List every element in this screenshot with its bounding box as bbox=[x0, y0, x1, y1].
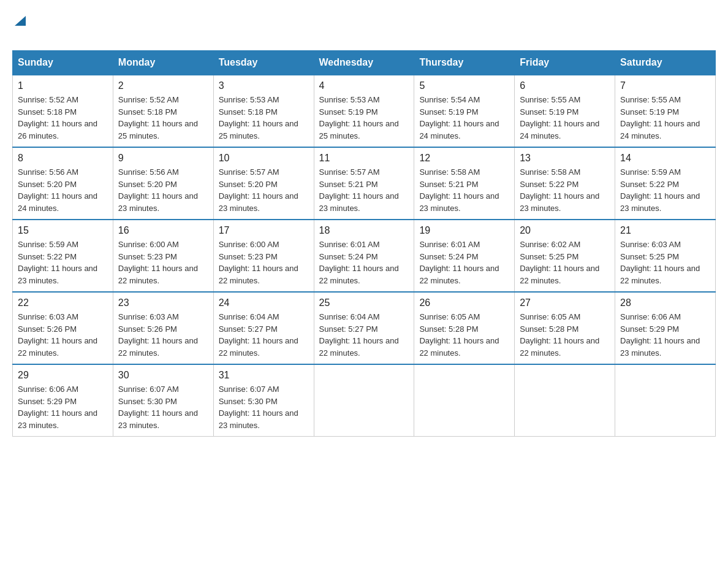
calendar-day-cell: 6Sunrise: 5:55 AMSunset: 5:19 PMDaylight… bbox=[515, 75, 615, 147]
day-info: Sunrise: 6:01 AMSunset: 5:24 PMDaylight:… bbox=[419, 239, 509, 286]
calendar-day-cell: 17Sunrise: 6:00 AMSunset: 5:23 PMDayligh… bbox=[213, 220, 314, 292]
calendar-day-cell: 10Sunrise: 5:57 AMSunset: 5:20 PMDayligh… bbox=[213, 147, 314, 220]
calendar-day-cell: 13Sunrise: 5:58 AMSunset: 5:22 PMDayligh… bbox=[515, 147, 615, 220]
logo bbox=[12, 12, 27, 44]
calendar-day-cell: 15Sunrise: 5:59 AMSunset: 5:22 PMDayligh… bbox=[13, 220, 113, 292]
day-info: Sunrise: 6:07 AMSunset: 5:30 PMDaylight:… bbox=[118, 383, 208, 431]
calendar-day-cell bbox=[515, 364, 615, 437]
calendar-day-cell: 21Sunrise: 6:03 AMSunset: 5:25 PMDayligh… bbox=[615, 220, 716, 292]
svg-marker-0 bbox=[15, 16, 26, 26]
calendar-day-cell: 19Sunrise: 6:01 AMSunset: 5:24 PMDayligh… bbox=[414, 220, 515, 292]
day-number: 25 bbox=[319, 297, 409, 308]
day-info: Sunrise: 6:01 AMSunset: 5:24 PMDaylight:… bbox=[319, 239, 409, 286]
calendar-day-cell: 9Sunrise: 5:56 AMSunset: 5:20 PMDaylight… bbox=[113, 147, 213, 220]
day-info: Sunrise: 5:56 AMSunset: 5:20 PMDaylight:… bbox=[118, 166, 208, 214]
day-info: Sunrise: 6:04 AMSunset: 5:27 PMDaylight:… bbox=[319, 311, 409, 359]
page-header bbox=[12, 12, 716, 44]
day-info: Sunrise: 5:59 AMSunset: 5:22 PMDaylight:… bbox=[18, 239, 108, 286]
day-info: Sunrise: 5:56 AMSunset: 5:20 PMDaylight:… bbox=[18, 166, 108, 214]
calendar-day-cell bbox=[615, 364, 716, 437]
calendar-day-cell: 20Sunrise: 6:02 AMSunset: 5:25 PMDayligh… bbox=[515, 220, 615, 292]
day-number: 13 bbox=[520, 153, 610, 164]
day-number: 4 bbox=[319, 80, 409, 91]
calendar-week-row: 8Sunrise: 5:56 AMSunset: 5:20 PMDaylight… bbox=[13, 147, 716, 220]
logo-blue-line bbox=[12, 27, 27, 44]
day-info: Sunrise: 5:53 AMSunset: 5:18 PMDaylight:… bbox=[219, 94, 309, 142]
day-number: 8 bbox=[18, 153, 108, 164]
day-of-week-header: Wednesday bbox=[314, 51, 414, 75]
calendar-week-row: 1Sunrise: 5:52 AMSunset: 5:18 PMDaylight… bbox=[13, 75, 716, 147]
calendar-day-cell: 12Sunrise: 5:58 AMSunset: 5:21 PMDayligh… bbox=[414, 147, 515, 220]
day-info: Sunrise: 5:52 AMSunset: 5:18 PMDaylight:… bbox=[118, 94, 208, 142]
day-info: Sunrise: 5:54 AMSunset: 5:19 PMDaylight:… bbox=[419, 94, 509, 142]
day-info: Sunrise: 6:03 AMSunset: 5:26 PMDaylight:… bbox=[118, 311, 208, 359]
day-number: 11 bbox=[319, 153, 409, 164]
day-number: 17 bbox=[219, 225, 309, 236]
day-info: Sunrise: 6:00 AMSunset: 5:23 PMDaylight:… bbox=[219, 239, 309, 286]
day-number: 22 bbox=[18, 297, 108, 308]
day-info: Sunrise: 5:52 AMSunset: 5:18 PMDaylight:… bbox=[18, 94, 108, 142]
calendar-table: SundayMondayTuesdayWednesdayThursdayFrid… bbox=[12, 50, 716, 437]
calendar-day-cell: 30Sunrise: 6:07 AMSunset: 5:30 PMDayligh… bbox=[113, 364, 213, 437]
day-number: 12 bbox=[419, 153, 509, 164]
calendar-day-cell bbox=[414, 364, 515, 437]
day-number: 26 bbox=[419, 297, 509, 308]
calendar-day-cell: 1Sunrise: 5:52 AMSunset: 5:18 PMDaylight… bbox=[13, 75, 113, 147]
day-number: 24 bbox=[219, 297, 309, 308]
day-number: 15 bbox=[18, 225, 108, 236]
calendar-day-cell: 2Sunrise: 5:52 AMSunset: 5:18 PMDaylight… bbox=[113, 75, 213, 147]
day-info: Sunrise: 6:07 AMSunset: 5:30 PMDaylight:… bbox=[219, 383, 309, 431]
calendar-day-cell: 4Sunrise: 5:53 AMSunset: 5:19 PMDaylight… bbox=[314, 75, 414, 147]
calendar-day-cell: 16Sunrise: 6:00 AMSunset: 5:23 PMDayligh… bbox=[113, 220, 213, 292]
calendar-header: SundayMondayTuesdayWednesdayThursdayFrid… bbox=[13, 51, 716, 75]
calendar-day-cell: 31Sunrise: 6:07 AMSunset: 5:30 PMDayligh… bbox=[213, 364, 314, 437]
calendar-day-cell: 18Sunrise: 6:01 AMSunset: 5:24 PMDayligh… bbox=[314, 220, 414, 292]
logo-triangle-icon bbox=[13, 13, 27, 27]
calendar-day-cell bbox=[314, 364, 414, 437]
calendar-body: 1Sunrise: 5:52 AMSunset: 5:18 PMDaylight… bbox=[13, 75, 716, 437]
day-of-week-header: Monday bbox=[113, 51, 213, 75]
day-info: Sunrise: 5:58 AMSunset: 5:22 PMDaylight:… bbox=[520, 166, 610, 214]
day-number: 27 bbox=[520, 297, 610, 308]
calendar-day-cell: 22Sunrise: 6:03 AMSunset: 5:26 PMDayligh… bbox=[13, 292, 113, 364]
calendar-week-row: 29Sunrise: 6:06 AMSunset: 5:29 PMDayligh… bbox=[13, 364, 716, 437]
day-number: 28 bbox=[620, 297, 710, 308]
calendar-day-cell: 11Sunrise: 5:57 AMSunset: 5:21 PMDayligh… bbox=[314, 147, 414, 220]
day-number: 16 bbox=[118, 225, 208, 236]
day-number: 29 bbox=[18, 370, 108, 381]
day-number: 2 bbox=[118, 80, 208, 91]
day-info: Sunrise: 6:05 AMSunset: 5:28 PMDaylight:… bbox=[520, 311, 610, 359]
calendar-week-row: 22Sunrise: 6:03 AMSunset: 5:26 PMDayligh… bbox=[13, 292, 716, 364]
day-number: 30 bbox=[118, 370, 208, 381]
calendar-day-cell: 23Sunrise: 6:03 AMSunset: 5:26 PMDayligh… bbox=[113, 292, 213, 364]
calendar-day-cell: 29Sunrise: 6:06 AMSunset: 5:29 PMDayligh… bbox=[13, 364, 113, 437]
day-number: 1 bbox=[18, 80, 108, 91]
day-info: Sunrise: 5:57 AMSunset: 5:21 PMDaylight:… bbox=[319, 166, 409, 214]
day-info: Sunrise: 6:02 AMSunset: 5:25 PMDaylight:… bbox=[520, 239, 610, 286]
day-info: Sunrise: 5:53 AMSunset: 5:19 PMDaylight:… bbox=[319, 94, 409, 142]
day-number: 10 bbox=[219, 153, 309, 164]
day-of-week-header: Saturday bbox=[615, 51, 716, 75]
day-info: Sunrise: 5:55 AMSunset: 5:19 PMDaylight:… bbox=[520, 94, 610, 142]
day-number: 23 bbox=[118, 297, 208, 308]
day-number: 20 bbox=[520, 225, 610, 236]
calendar-week-row: 15Sunrise: 5:59 AMSunset: 5:22 PMDayligh… bbox=[13, 220, 716, 292]
day-info: Sunrise: 6:05 AMSunset: 5:28 PMDaylight:… bbox=[419, 311, 509, 359]
day-number: 19 bbox=[419, 225, 509, 236]
day-info: Sunrise: 5:59 AMSunset: 5:22 PMDaylight:… bbox=[620, 166, 710, 214]
calendar-day-cell: 25Sunrise: 6:04 AMSunset: 5:27 PMDayligh… bbox=[314, 292, 414, 364]
day-info: Sunrise: 6:06 AMSunset: 5:29 PMDaylight:… bbox=[18, 383, 108, 431]
day-number: 5 bbox=[419, 80, 509, 91]
calendar-day-cell: 14Sunrise: 5:59 AMSunset: 5:22 PMDayligh… bbox=[615, 147, 716, 220]
calendar-day-cell: 26Sunrise: 6:05 AMSunset: 5:28 PMDayligh… bbox=[414, 292, 515, 364]
day-info: Sunrise: 5:55 AMSunset: 5:19 PMDaylight:… bbox=[620, 94, 710, 142]
day-number: 6 bbox=[520, 80, 610, 91]
day-of-week-header: Thursday bbox=[414, 51, 515, 75]
day-info: Sunrise: 5:58 AMSunset: 5:21 PMDaylight:… bbox=[419, 166, 509, 214]
day-header-row: SundayMondayTuesdayWednesdayThursdayFrid… bbox=[13, 51, 716, 75]
day-of-week-header: Friday bbox=[515, 51, 615, 75]
logo-general-line bbox=[12, 12, 27, 27]
calendar-day-cell: 27Sunrise: 6:05 AMSunset: 5:28 PMDayligh… bbox=[515, 292, 615, 364]
day-number: 14 bbox=[620, 153, 710, 164]
day-of-week-header: Tuesday bbox=[213, 51, 314, 75]
